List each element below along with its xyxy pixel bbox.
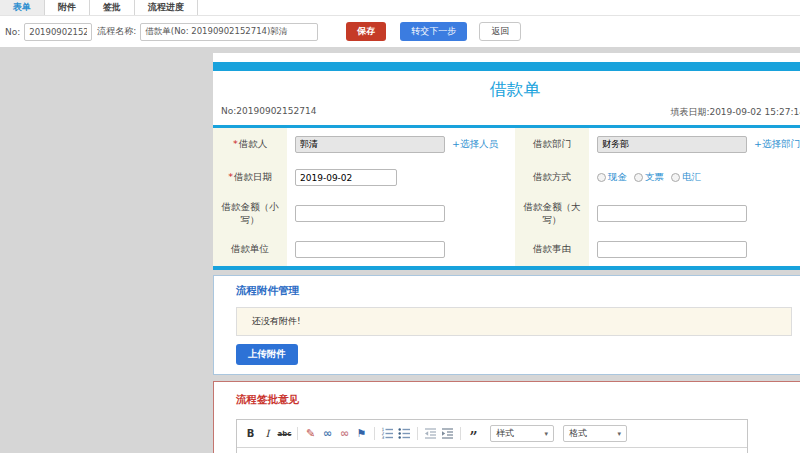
editor-content-area[interactable] xyxy=(237,448,747,453)
loan-form-panel: 借款单 No:20190902152714 填表日期:2019-09-02 15… xyxy=(213,53,800,270)
toolbar-separator xyxy=(297,427,298,440)
process-name-label: 流程名称: xyxy=(97,25,136,38)
amount-upper-input[interactable] xyxy=(597,205,747,222)
field-loan-method: 借款方式 现金 支票 电汇 xyxy=(515,161,800,194)
radio-wire-label[interactable]: 电汇 xyxy=(682,171,701,184)
loan-reason-label: 借款事由 xyxy=(515,233,589,266)
loan-date-input[interactable] xyxy=(295,169,397,186)
loan-unit-input[interactable] xyxy=(295,241,445,258)
content-area: 借款单 No:20190902152714 填表日期:2019-09-02 15… xyxy=(0,47,800,453)
toolbar-separator xyxy=(460,427,461,440)
upload-attachment-button[interactable]: 上传附件 xyxy=(236,344,298,365)
form-number: No:20190902152714 xyxy=(221,106,316,119)
toolbar-separator xyxy=(374,427,375,440)
top-accent-bar xyxy=(213,62,800,71)
tab-process-progress[interactable]: 流程进度 xyxy=(135,0,198,15)
tab-approval[interactable]: 签批 xyxy=(90,0,135,15)
unlink-icon[interactable]: ∞ xyxy=(337,426,352,441)
tab-attachment[interactable]: 附件 xyxy=(45,0,90,15)
tab-bar: 表单 附件 签批 流程进度 xyxy=(0,0,800,16)
process-name-input[interactable] xyxy=(140,23,318,41)
radio-check-label[interactable]: 支票 xyxy=(645,171,664,184)
page-title: 借款单 xyxy=(213,78,800,101)
chevron-down-icon: ▾ xyxy=(544,430,548,438)
back-button[interactable]: 返回 xyxy=(479,22,521,41)
anchor-icon[interactable]: ⚑ xyxy=(354,426,369,441)
svg-text:3: 3 xyxy=(382,435,385,440)
italic-icon[interactable]: I xyxy=(260,426,275,441)
outdent-icon[interactable] xyxy=(423,426,438,441)
bottom-accent-bar xyxy=(213,266,800,270)
field-borrower: *借款人 +选择人员 xyxy=(213,128,515,161)
radio-cash-label[interactable]: 现金 xyxy=(608,171,627,184)
styles-dropdown-value: 样式 xyxy=(496,427,514,440)
rich-text-editor: B I abc ✎ ∞ ∞ ⚑ 123 xyxy=(236,419,748,453)
no-input[interactable] xyxy=(24,23,92,41)
form-grid: *借款人 +选择人员 借款部门 +选择部门 *借款日期 xyxy=(213,128,800,266)
blockquote-icon[interactable]: ” xyxy=(466,426,481,441)
amount-lower-label: 借款金额（小写） xyxy=(213,194,287,233)
styles-dropdown[interactable]: 样式 ▾ xyxy=(490,425,554,442)
required-asterisk: * xyxy=(233,138,238,149)
no-label: No: xyxy=(5,27,20,37)
department-label: 借款部门 xyxy=(515,128,589,161)
approval-section-title: 流程签批意见 xyxy=(236,393,800,407)
field-loan-unit: 借款单位 xyxy=(213,233,515,266)
ordered-list-icon[interactable]: 123 xyxy=(380,426,395,441)
loan-date-label: *借款日期 xyxy=(228,171,272,184)
select-person-link[interactable]: +选择人员 xyxy=(452,138,498,151)
strikethrough-icon[interactable]: abc xyxy=(277,426,292,441)
fill-date: 填表日期:2019-09-02 15:27:14 xyxy=(670,106,800,119)
approval-panel: 流程签批意见 B I abc ✎ ∞ ∞ ⚑ 123 xyxy=(213,381,800,453)
field-loan-reason: 借款事由 xyxy=(515,233,800,266)
command-bar: No: 流程名称: 保存 转交下一步 返回 xyxy=(0,16,800,47)
loan-method-label: 借款方式 xyxy=(515,161,589,194)
main-panel: 借款单 No:20190902152714 填表日期:2019-09-02 15… xyxy=(213,53,800,453)
radio-cash[interactable] xyxy=(597,173,606,182)
field-loan-date: *借款日期 xyxy=(213,161,515,194)
remove-format-icon[interactable]: ✎ xyxy=(303,426,318,441)
link-icon[interactable]: ∞ xyxy=(320,426,335,441)
field-amount-lower: 借款金额（小写） xyxy=(213,194,515,233)
field-department: 借款部门 +选择部门 xyxy=(515,128,800,161)
required-asterisk: * xyxy=(228,171,233,182)
editor-toolbar: B I abc ✎ ∞ ∞ ⚑ 123 xyxy=(237,420,747,448)
department-input[interactable] xyxy=(597,136,747,153)
chevron-down-icon: ▾ xyxy=(617,430,621,438)
bullet-list-icon[interactable] xyxy=(397,426,412,441)
bold-icon[interactable]: B xyxy=(243,426,258,441)
loan-method-radio-group: 现金 支票 电汇 xyxy=(597,171,701,184)
attachment-panel: 流程附件管理 还没有附件! 上传附件 xyxy=(213,275,800,375)
radio-wire[interactable] xyxy=(671,173,680,182)
attachment-section-title: 流程附件管理 xyxy=(236,284,800,298)
amount-upper-label: 借款金额（大写） xyxy=(515,194,589,233)
attachment-empty-notice: 还没有附件! xyxy=(236,307,792,336)
save-button[interactable]: 保存 xyxy=(346,22,386,41)
amount-lower-input[interactable] xyxy=(295,205,445,222)
indent-icon[interactable] xyxy=(440,426,455,441)
select-department-link[interactable]: +选择部门 xyxy=(754,138,800,151)
field-amount-upper: 借款金额（大写） xyxy=(515,194,800,233)
radio-check[interactable] xyxy=(634,173,643,182)
tab-form[interactable]: 表单 xyxy=(0,0,45,15)
form-meta-row: No:20190902152714 填表日期:2019-09-02 15:27:… xyxy=(213,106,800,125)
borrower-label: *借款人 xyxy=(233,138,267,151)
loan-reason-input[interactable] xyxy=(597,241,747,258)
format-dropdown-value: 格式 xyxy=(569,427,587,440)
borrower-input[interactable] xyxy=(295,136,445,153)
format-dropdown[interactable]: 格式 ▾ xyxy=(563,425,627,442)
forward-next-step-button[interactable]: 转交下一步 xyxy=(400,22,467,41)
loan-unit-label: 借款单位 xyxy=(213,233,287,266)
toolbar-separator xyxy=(417,427,418,440)
